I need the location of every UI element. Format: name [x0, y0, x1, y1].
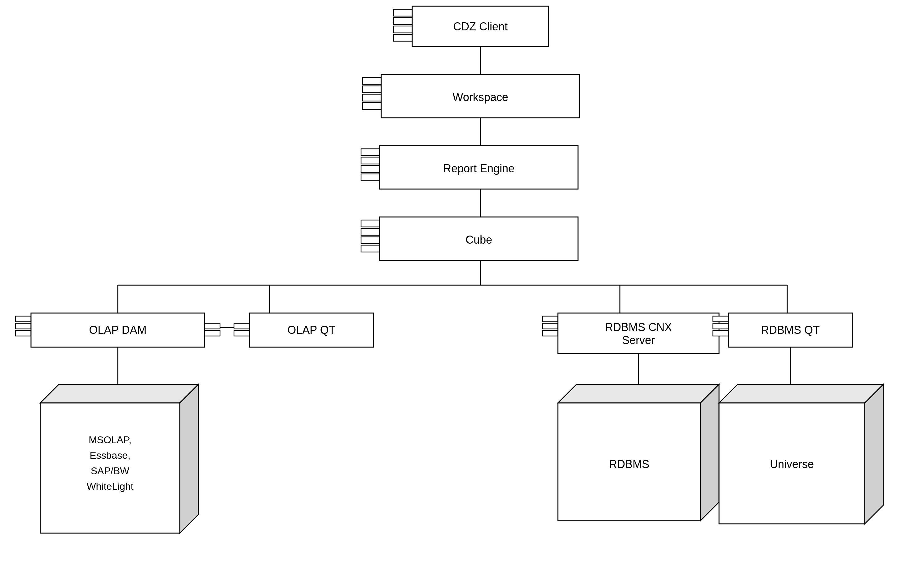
svg-rect-34 — [205, 331, 220, 336]
svg-marker-56 — [719, 385, 883, 403]
olap-qt-label: OLAP QT — [287, 324, 335, 336]
svg-rect-0 — [394, 9, 412, 16]
svg-rect-3 — [394, 34, 412, 41]
svg-rect-19 — [361, 229, 379, 235]
olap-dam-label: OLAP DAM — [89, 324, 146, 336]
svg-rect-8 — [363, 94, 381, 101]
svg-rect-15 — [361, 174, 379, 181]
workspace-connector: Workspace — [363, 75, 580, 118]
rdbms-qt-node: RDBMS QT — [713, 313, 852, 347]
svg-rect-31 — [16, 331, 31, 336]
msolap-line1: MSOLAP, — [89, 434, 132, 445]
svg-rect-6 — [363, 78, 381, 84]
svg-rect-12 — [361, 149, 379, 156]
rdbms-cnx-node: RDBMS CNX Server — [542, 313, 719, 353]
workspace-label: Workspace — [452, 91, 508, 103]
svg-rect-14 — [361, 165, 379, 172]
msolap-line2: Essbase, — [90, 450, 130, 461]
svg-rect-41 — [542, 331, 558, 336]
svg-rect-1 — [394, 17, 412, 24]
cdz-client-label: CDZ Client — [453, 20, 508, 33]
svg-rect-33 — [205, 323, 220, 329]
report-engine-connector: Report Engine — [361, 146, 578, 189]
msolap-line4: WhiteLight — [86, 481, 133, 492]
olap-qt-node: OLAP QT — [249, 313, 373, 347]
svg-rect-2 — [394, 26, 412, 33]
svg-rect-7 — [363, 86, 381, 93]
svg-rect-36 — [234, 323, 249, 329]
cube-connector: Cube — [361, 217, 578, 261]
svg-rect-43 — [713, 316, 728, 322]
svg-marker-51 — [180, 385, 198, 533]
rdbms-cnx-label2: Server — [622, 334, 655, 346]
svg-rect-37 — [234, 331, 249, 336]
rdbms-label: RDBMS — [609, 458, 649, 470]
svg-marker-54 — [700, 385, 719, 521]
svg-rect-18 — [361, 220, 379, 227]
svg-rect-9 — [363, 103, 381, 110]
olap-dam-node: OLAP DAM — [16, 313, 205, 347]
svg-rect-39 — [542, 316, 558, 322]
svg-marker-53 — [558, 385, 719, 403]
svg-marker-57 — [865, 385, 883, 524]
svg-rect-40 — [542, 323, 558, 329]
svg-rect-13 — [361, 157, 379, 164]
cube-label: Cube — [465, 234, 492, 246]
rdbms-qt-label: RDBMS QT — [761, 324, 820, 336]
svg-rect-30 — [16, 323, 31, 329]
universe-label: Universe — [770, 458, 814, 470]
svg-rect-44 — [713, 323, 728, 329]
msolap-line3: SAP/BW — [91, 465, 130, 477]
svg-rect-29 — [16, 316, 31, 322]
rdbms-cnx-label1: RDBMS CNX — [605, 321, 672, 334]
report-engine-label: Report Engine — [443, 162, 514, 175]
diagram: CDZ Client Workspace Report Engine — [0, 0, 905, 588]
svg-rect-21 — [361, 245, 379, 252]
svg-rect-20 — [361, 237, 379, 244]
cdz-client-connector: CDZ Client — [394, 6, 549, 46]
svg-rect-45 — [713, 331, 728, 336]
svg-marker-50 — [40, 385, 198, 403]
